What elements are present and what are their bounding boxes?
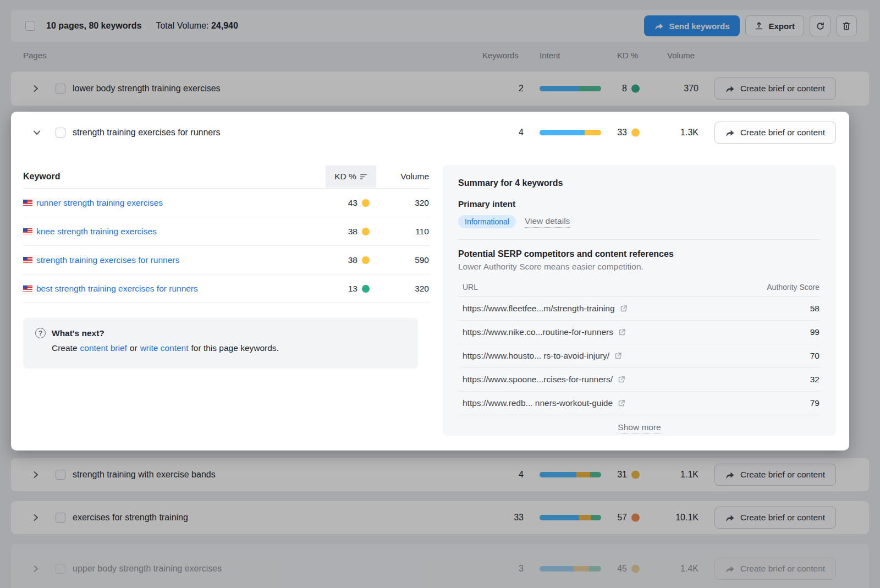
authority-score: 70 (810, 351, 820, 361)
keyword-link[interactable]: knee strength training exercises (36, 227, 157, 237)
kd-column-header-sorted[interactable]: KD % (326, 166, 376, 188)
keyword-manager-screen: 10 pages, 80 keywords Total Volume: 24,9… (0, 0, 880, 588)
competitor-row: https://www.housto... rs-to-avoid-injury… (458, 344, 821, 368)
sort-desc-icon (360, 174, 367, 180)
competitor-row: https://www.spoone...rcises-for-runners/… (458, 368, 821, 392)
keyword-link[interactable]: best strength training exercises for run… (36, 284, 198, 294)
summary-title: Summary for 4 keywords (458, 178, 821, 188)
external-link-icon[interactable] (620, 305, 628, 312)
competitor-url: https://www.housto... rs-to-avoid-injury… (463, 351, 609, 361)
question-circle-icon: ? (35, 328, 46, 338)
competitor-row: https://www.redb... nners-workout-guide … (458, 392, 821, 415)
volume-value: 320 (381, 198, 429, 208)
kd-dot (631, 129, 640, 137)
us-flag-icon (23, 200, 32, 206)
authority-score: 99 (810, 327, 820, 337)
view-details-link[interactable]: View details (525, 216, 570, 228)
chevron-down-icon[interactable] (33, 130, 41, 135)
divider (458, 239, 821, 240)
competitor-row: https://www.fleetfee...m/strength-traini… (458, 297, 821, 321)
expanded-page-card: strength training exercises for runners … (11, 112, 849, 450)
competitor-row: https://www.nike.co...routine-for-runner… (458, 321, 821, 344)
external-link-icon[interactable] (618, 328, 626, 336)
external-link-icon[interactable] (618, 376, 625, 383)
show-more-link[interactable]: Show more (618, 422, 661, 433)
whats-next-suffix: for this page keywords. (191, 343, 279, 353)
create-brief-label: Create brief or content (740, 128, 825, 138)
kd-dot (362, 256, 370, 264)
whats-next-title: What's next? (52, 328, 105, 338)
volume-value: 1.3K (654, 128, 698, 138)
primary-intent-label: Primary intent (458, 199, 821, 209)
authority-score-column-header: Authority Score (767, 283, 820, 292)
kd-value: 13 (320, 284, 358, 294)
external-link-icon[interactable] (618, 399, 625, 407)
whats-next-or: or (130, 343, 138, 353)
volume-value: 590 (381, 255, 429, 265)
competitor-url: https://www.spoone...rcises-for-runners/ (463, 375, 613, 384)
keyword-column-header: Keyword (23, 172, 61, 182)
kd-value: 33 (588, 128, 627, 138)
volume-value: 320 (381, 284, 429, 294)
kd-value: 38 (320, 227, 358, 237)
whats-next-box: ? What's next? Create content brief or w… (23, 318, 418, 369)
keyword-table-header: Keyword KD % Volume (23, 164, 430, 189)
competitors-table-header: URL Authority Score (458, 283, 821, 297)
summary-panel: Summary for 4 keywords Primary intent In… (443, 165, 836, 436)
volume-value: 110 (381, 227, 429, 237)
whats-next-prefix: Create (52, 343, 78, 353)
kd-column-label: KD % (334, 172, 356, 182)
kd-value: 43 (320, 198, 358, 208)
competitor-url: https://www.fleetfee...m/strength-traini… (463, 304, 615, 314)
authority-score: 79 (810, 398, 820, 408)
create-brief-button[interactable]: Create brief or content (714, 122, 836, 144)
kd-dot (362, 228, 370, 235)
intent-badge: Informational (458, 215, 516, 228)
kd-dot (362, 199, 370, 207)
keyword-link[interactable]: strength training exercises for runners (36, 255, 179, 265)
kd-dot (362, 285, 370, 293)
serp-competitors-title: Potential SERP competitors and content r… (458, 249, 821, 259)
keyword-link[interactable]: runner strength training exercises (36, 198, 163, 208)
authority-score: 58 (810, 304, 820, 314)
send-arrow-icon (725, 129, 735, 137)
kd-value: 38 (320, 255, 358, 265)
expanded-row-header[interactable]: strength training exercises for runners … (11, 112, 849, 153)
us-flag-icon (23, 285, 32, 292)
us-flag-icon (23, 228, 32, 235)
us-flag-icon (23, 257, 32, 263)
keyword-table: Keyword KD % Volume runner strength trai… (23, 164, 430, 303)
competitor-url: https://www.nike.co...routine-for-runner… (463, 327, 613, 337)
keyword-row: knee strength training exercises 38 110 (23, 217, 430, 246)
volume-column-header: Volume (381, 172, 429, 182)
serp-competitors-subtitle: Lower Authority Score means easier compe… (458, 262, 821, 272)
whats-next-text: Create content brief or write content fo… (52, 343, 406, 353)
write-content-link[interactable]: write content (140, 343, 189, 353)
url-column-header: URL (463, 283, 478, 292)
competitor-url: https://www.redb... nners-workout-guide (463, 398, 613, 408)
content-brief-link[interactable]: content brief (80, 343, 127, 353)
keyword-row: best strength training exercises for run… (23, 274, 430, 303)
authority-score: 32 (810, 375, 820, 384)
keyword-row: strength training exercises for runners … (23, 246, 430, 274)
external-link-icon[interactable] (614, 352, 622, 360)
keywords-count: 4 (491, 128, 524, 138)
row-checkbox[interactable] (56, 128, 65, 138)
page-title: strength training exercises for runners (73, 128, 221, 138)
keyword-row: runner strength training exercises 43 32… (23, 189, 430, 217)
